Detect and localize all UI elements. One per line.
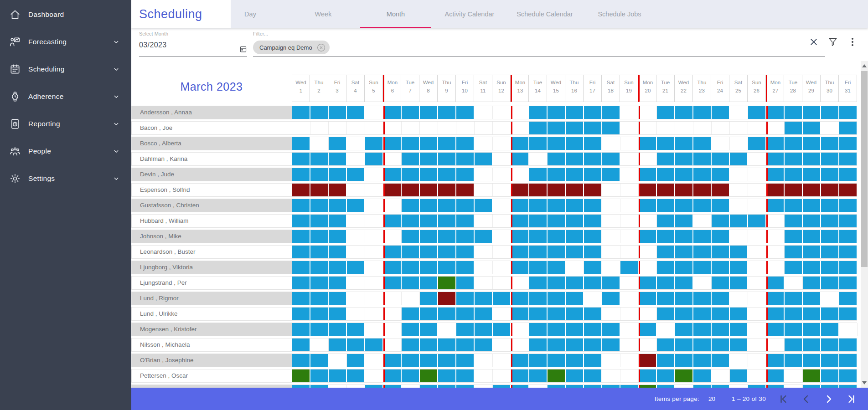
schedule-cell[interactable] <box>329 308 347 320</box>
schedule-cell[interactable] <box>438 354 456 367</box>
filter-chip[interactable]: Campaign eq Demo <box>253 41 330 54</box>
schedule-cell[interactable] <box>766 338 785 351</box>
schedule-cell[interactable] <box>420 199 438 212</box>
schedule-cell[interactable] <box>420 122 438 134</box>
schedule-cell[interactable] <box>292 308 310 320</box>
schedule-cell[interactable] <box>839 122 858 134</box>
schedule-cell[interactable] <box>712 261 730 274</box>
schedule-cell[interactable] <box>402 354 420 367</box>
schedule-cell[interactable] <box>566 106 584 119</box>
schedule-cell[interactable] <box>839 292 858 305</box>
schedule-cell[interactable] <box>329 184 347 196</box>
schedule-cell[interactable] <box>310 292 329 305</box>
schedule-cell[interactable] <box>602 230 620 243</box>
schedule-cell[interactable] <box>493 168 511 181</box>
schedule-cell[interactable] <box>748 246 766 258</box>
schedule-cell[interactable] <box>566 168 584 181</box>
schedule-cell[interactable] <box>456 184 475 196</box>
schedule-cell[interactable] <box>584 230 602 243</box>
schedule-cell[interactable] <box>693 106 712 119</box>
schedule-cell[interactable] <box>438 292 456 305</box>
sidebar-item-settings[interactable]: Settings <box>0 168 131 190</box>
schedule-cell[interactable] <box>292 122 310 134</box>
sidebar-item-adherence[interactable]: Adherence <box>0 86 131 108</box>
schedule-cell[interactable] <box>712 215 730 227</box>
schedule-cell[interactable] <box>730 168 748 181</box>
schedule-cell[interactable] <box>675 369 693 382</box>
schedule-cell[interactable] <box>730 215 748 227</box>
schedule-cell[interactable] <box>803 230 821 243</box>
schedule-cell[interactable] <box>475 137 493 150</box>
schedule-cell[interactable] <box>657 246 675 258</box>
schedule-cell[interactable] <box>675 215 693 227</box>
schedule-cell[interactable] <box>529 277 548 289</box>
schedule-cell[interactable] <box>511 369 529 382</box>
schedule-cell[interactable] <box>329 277 347 289</box>
filter-field[interactable]: Filter... Campaign eq Demo <box>253 31 825 57</box>
schedule-cell[interactable] <box>639 354 657 367</box>
schedule-cell[interactable] <box>365 106 383 119</box>
schedule-cell[interactable] <box>420 184 438 196</box>
schedule-cell[interactable] <box>785 230 803 243</box>
schedule-cell[interactable] <box>493 184 511 196</box>
schedule-cell[interactable] <box>602 277 620 289</box>
schedule-cell[interactable] <box>566 184 584 196</box>
schedule-cell[interactable] <box>839 277 858 289</box>
schedule-cell[interactable] <box>475 230 493 243</box>
schedule-cell[interactable] <box>383 122 402 134</box>
schedule-cell[interactable] <box>310 277 329 289</box>
schedule-cell[interactable] <box>766 184 785 196</box>
schedule-cell[interactable] <box>657 261 675 274</box>
next-page-icon[interactable] <box>823 394 834 405</box>
schedule-cell[interactable] <box>456 354 475 367</box>
tab-month[interactable]: Month <box>387 0 405 28</box>
schedule-cell[interactable] <box>620 168 639 181</box>
schedule-cell[interactable] <box>475 261 493 274</box>
schedule-cell[interactable] <box>748 153 766 165</box>
schedule-cell[interactable] <box>566 122 584 134</box>
schedule-cell[interactable] <box>493 199 511 212</box>
schedule-cell[interactable] <box>365 261 383 274</box>
schedule-cell[interactable] <box>693 292 712 305</box>
schedule-cell[interactable] <box>529 106 548 119</box>
schedule-cell[interactable] <box>693 122 712 134</box>
schedule-cell[interactable] <box>730 292 748 305</box>
schedule-cell[interactable] <box>365 292 383 305</box>
schedule-cell[interactable] <box>748 261 766 274</box>
schedule-cell[interactable] <box>620 338 639 351</box>
schedule-cell[interactable] <box>839 354 858 367</box>
schedule-cell[interactable] <box>365 215 383 227</box>
schedule-cell[interactable] <box>839 308 858 320</box>
schedule-cell[interactable] <box>748 308 766 320</box>
schedule-cell[interactable] <box>566 261 584 274</box>
schedule-cell[interactable] <box>839 215 858 227</box>
schedule-cell[interactable] <box>511 137 529 150</box>
schedule-cell[interactable] <box>365 308 383 320</box>
schedule-cell[interactable] <box>420 106 438 119</box>
schedule-cell[interactable] <box>529 308 548 320</box>
sidebar-item-dashboard[interactable]: Dashboard <box>0 4 131 26</box>
schedule-cell[interactable] <box>475 323 493 336</box>
schedule-cell[interactable] <box>420 338 438 351</box>
schedule-cell[interactable] <box>602 184 620 196</box>
schedule-cell[interactable] <box>365 354 383 367</box>
schedule-cell[interactable] <box>493 338 511 351</box>
schedule-cell[interactable] <box>329 106 347 119</box>
schedule-cell[interactable] <box>529 153 548 165</box>
schedule-cell[interactable] <box>548 292 566 305</box>
schedule-cell[interactable] <box>675 122 693 134</box>
schedule-cell[interactable] <box>748 230 766 243</box>
schedule-cell[interactable] <box>529 338 548 351</box>
schedule-cell[interactable] <box>821 137 839 150</box>
schedule-cell[interactable] <box>602 106 620 119</box>
schedule-cell[interactable] <box>310 106 329 119</box>
schedule-cell[interactable] <box>475 215 493 227</box>
schedule-cell[interactable] <box>493 122 511 134</box>
schedule-cell[interactable] <box>766 199 785 212</box>
schedule-cell[interactable] <box>475 122 493 134</box>
schedule-cell[interactable] <box>602 338 620 351</box>
schedule-cell[interactable] <box>566 215 584 227</box>
schedule-cell[interactable] <box>785 122 803 134</box>
schedule-cell[interactable] <box>420 277 438 289</box>
schedule-cell[interactable] <box>383 354 402 367</box>
